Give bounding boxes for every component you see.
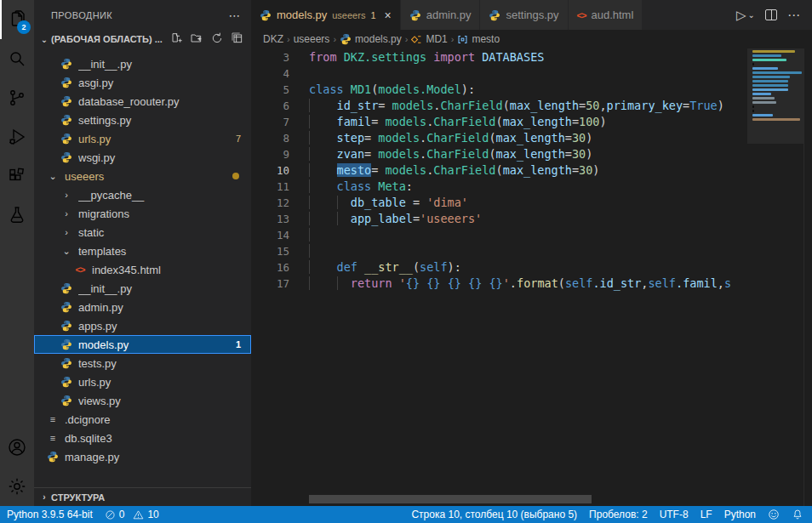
activity-item-account[interactable] xyxy=(0,428,34,467)
activity-item-extensions[interactable] xyxy=(0,156,34,196)
code-line-5[interactable]: 5class MD1(models.Model): xyxy=(251,82,747,98)
tree-item-asgi-py[interactable]: asgi.py xyxy=(34,73,251,92)
file-name: index345.html xyxy=(92,264,251,276)
breadcrumb-item-useeers[interactable]: useeers xyxy=(294,33,330,45)
python-file-icon xyxy=(60,356,73,370)
line-number: 9 xyxy=(251,146,289,162)
breadcrumb-item-dkz[interactable]: DKZ xyxy=(263,33,283,45)
collapse-all-icon[interactable] xyxy=(231,31,244,47)
code-line-12[interactable]: 12 db_table = 'dima' xyxy=(251,195,747,211)
run-button[interactable]: ▷⌄ xyxy=(736,8,755,23)
code-line-13[interactable]: 13 app_label='useeers' xyxy=(251,211,747,227)
outline-section-header[interactable]: › СТРУКТУРА xyxy=(34,487,251,506)
python-file-icon xyxy=(60,319,73,333)
status-language-mode[interactable]: Python xyxy=(724,509,756,520)
tree-item-admin-py[interactable]: admin.py xyxy=(34,298,251,316)
status-feedback[interactable] xyxy=(768,509,780,520)
tree-folder--pycache-[interactable]: ›__pycache__ xyxy=(34,185,251,204)
code-line-8[interactable]: 8 step= models.CharField(max_length=30) xyxy=(251,130,747,146)
flask-icon xyxy=(7,205,27,225)
breadcrumb-item-models.py[interactable]: models.py xyxy=(340,33,402,45)
line-number: 16 xyxy=(251,259,289,276)
tab-aud-html[interactable]: <>aud.html xyxy=(569,0,643,30)
breadcrumb-item-mesto[interactable]: mesto xyxy=(457,33,500,45)
split-editor-button[interactable] xyxy=(765,9,777,20)
sidebar-more-icon[interactable]: ⋯ xyxy=(229,9,241,22)
minimap-bars xyxy=(747,50,803,121)
code-line-9[interactable]: 9 zvan= models.CharField(max_length=30) xyxy=(251,146,747,162)
tab-models-py[interactable]: models.pyuseeers1× xyxy=(251,0,401,30)
tree-item--init-py[interactable]: __init__.py xyxy=(34,54,251,73)
status-notifications[interactable] xyxy=(792,509,803,520)
line-content: from DKZ.settings import DATABASES xyxy=(289,49,544,65)
line-content: step= models.CharField(max_length=30) xyxy=(289,130,592,146)
chevron-down-icon: ⌄ xyxy=(37,35,51,44)
minimap[interactable] xyxy=(747,48,803,506)
tree-item-urls-py[interactable]: urls.py7 xyxy=(34,129,251,148)
breadcrumb-item-md1[interactable]: MD1 xyxy=(411,33,447,45)
tree-item-db-sqlite3[interactable]: ≡db.sqlite3 xyxy=(34,429,251,447)
tab-label: admin.py xyxy=(426,9,472,21)
tree-item-manage-py[interactable]: manage.py xyxy=(34,447,251,466)
more-actions-button[interactable]: ⋯ xyxy=(787,8,800,23)
code-editor[interactable]: 3from DKZ.settings import DATABASES45cla… xyxy=(251,48,812,506)
code-line-10[interactable]: 10 mesto= models.CharField(max_length=30… xyxy=(251,162,747,179)
tree-item-tests-py[interactable]: tests.py xyxy=(34,354,251,372)
code-line-14[interactable]: 14 xyxy=(251,227,747,243)
new-folder-icon[interactable] xyxy=(190,31,203,47)
refresh-icon[interactable] xyxy=(210,31,224,47)
code-line-16[interactable]: 16 def __str__(self): xyxy=(251,259,747,276)
close-icon[interactable]: × xyxy=(385,9,392,22)
line-number: 12 xyxy=(251,195,289,211)
line-number: 13 xyxy=(251,211,289,227)
activity-item-settings[interactable] xyxy=(0,467,34,506)
tree-item-index345-html[interactable]: <>index345.html xyxy=(34,260,251,279)
chevron-down-icon: ⌄ xyxy=(60,244,73,258)
breadcrumb-separator: › xyxy=(287,34,290,44)
tree-item-models-py[interactable]: models.py1 xyxy=(34,335,251,354)
tree-folder-templates[interactable]: ⌄templates xyxy=(34,242,251,260)
activity-item-source-control[interactable] xyxy=(0,78,34,117)
code-line-7[interactable]: 7 famil= models.CharField(max_length=100… xyxy=(251,114,747,130)
code-line-17[interactable]: 17 return '{} {} {} {} {}'.format(self.i… xyxy=(251,276,747,292)
tab-settings-py[interactable]: settings.py xyxy=(480,0,568,30)
python-file-icon xyxy=(60,132,73,145)
line-content: id_str= models.CharField(max_length=50,p… xyxy=(289,98,724,114)
status-encoding[interactable]: UTF-8 xyxy=(660,509,689,520)
explorer-actions xyxy=(169,31,244,47)
status-indentation[interactable]: Пробелов: 2 xyxy=(589,509,648,520)
tree-item-apps-py[interactable]: apps.py xyxy=(34,316,251,335)
clipped-tree-item[interactable]: __ xyxy=(34,48,251,54)
tree-item-database-roouter-py[interactable]: database_roouter.py xyxy=(34,92,251,111)
status-python-interpreter[interactable]: Python 3.9.5 64-bit xyxy=(7,509,93,520)
tree-item--dcignore[interactable]: ≡.dcignore xyxy=(34,410,251,429)
code-line-4[interactable]: 4 xyxy=(251,65,747,82)
activity-item-testing[interactable] xyxy=(0,196,34,235)
tree-item-views-py[interactable]: views.py xyxy=(34,391,251,410)
horizontal-scrollbar[interactable] xyxy=(309,495,592,503)
status-eol[interactable]: LF xyxy=(700,509,712,520)
tree-item--init-py[interactable]: __init__.py xyxy=(34,279,251,298)
tab-admin-py[interactable]: admin.py xyxy=(401,0,481,30)
tab-label: aud.html xyxy=(591,9,633,21)
tree-item-wsgi-py[interactable]: wsgi.py xyxy=(34,148,251,167)
tree-item-settings-py[interactable]: settings.py xyxy=(34,111,251,129)
activity-item-run-debug[interactable] xyxy=(0,117,34,156)
tree-folder-useeers[interactable]: ⌄useeers xyxy=(34,167,251,185)
activity-item-explorer[interactable]: 2 xyxy=(0,0,34,39)
python-file-icon xyxy=(60,57,73,71)
code-line-3[interactable]: 3from DKZ.settings import DATABASES xyxy=(251,49,747,65)
code-line-6[interactable]: 6 id_str= models.CharField(max_length=50… xyxy=(251,98,747,114)
code-line-11[interactable]: 11 class Meta: xyxy=(251,179,747,195)
tree-folder-static[interactable]: ›static xyxy=(34,223,251,242)
status-cursor-position[interactable]: Строка 10, столбец 10 (выбрано 5) xyxy=(411,509,577,520)
bell-icon xyxy=(792,509,803,520)
status-problems[interactable]: 010 xyxy=(105,509,159,520)
tree-folder-migrations[interactable]: ›migrations xyxy=(34,204,251,223)
activity-item-search[interactable] xyxy=(0,39,34,78)
problems-badge: 7 xyxy=(236,134,241,144)
new-file-icon[interactable] xyxy=(169,31,183,47)
code-line-15[interactable]: 15 xyxy=(251,243,747,259)
tree-item-urls-py[interactable]: urls.py xyxy=(34,372,251,391)
workspace-section-header[interactable]: ⌄ (РАБОЧАЯ ОБЛАСТЬ) ... xyxy=(34,30,251,48)
